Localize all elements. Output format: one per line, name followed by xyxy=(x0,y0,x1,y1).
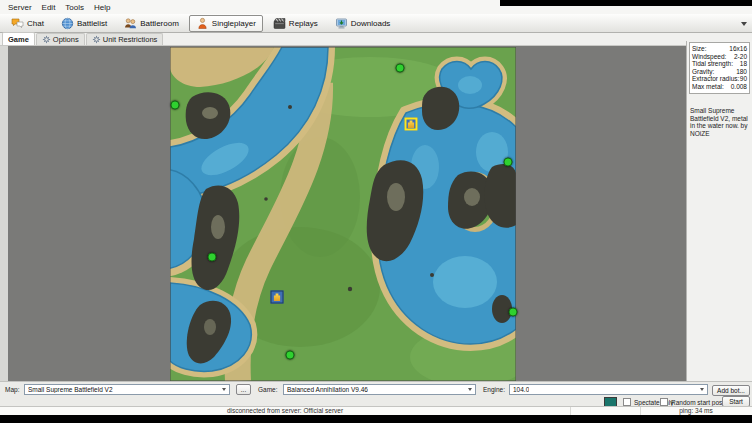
left-gutter xyxy=(0,46,8,381)
film-clapper-icon xyxy=(273,17,286,30)
chat-icon xyxy=(11,17,24,30)
subtab-game-label: Game xyxy=(8,35,29,44)
ping-status: ping: 34 ms xyxy=(640,407,751,415)
tab-battleroom-label: Battleroom xyxy=(140,19,179,28)
map-combobox[interactable]: Small Supreme Battlefield V2 xyxy=(24,384,230,395)
tab-downloads[interactable]: Downloads xyxy=(328,15,398,32)
map-panel xyxy=(8,46,686,381)
player-icon xyxy=(196,17,209,30)
desktop-background-strip xyxy=(0,415,752,423)
tab-singleplayer-label: Singleplayer xyxy=(212,19,256,28)
add-bot-button[interactable]: Add bot... xyxy=(712,385,750,396)
start-position-marker[interactable] xyxy=(504,158,513,167)
desktop-background-strip xyxy=(500,0,752,6)
map-stats-box: Size:16x16 Windspeed:2-20 Tidal strength… xyxy=(689,42,750,94)
toolbar-overflow-icon[interactable] xyxy=(741,22,747,26)
stat-tidal: Tidal strength:18 xyxy=(692,60,747,68)
minimap-preview[interactable] xyxy=(170,47,516,381)
start-position-marker[interactable] xyxy=(509,308,518,317)
tab-battlelist-label: Battlelist xyxy=(77,19,107,28)
stat-maxmetal: Max metal:0.008 xyxy=(692,83,747,91)
subtab-game[interactable]: Game xyxy=(2,32,35,45)
map-label: Map: xyxy=(5,386,19,393)
bot-icon xyxy=(408,120,415,128)
chevron-down-icon xyxy=(222,388,226,391)
stat-windspeed: Windspeed:2-20 xyxy=(692,53,747,61)
spectate-only-checkbox[interactable] xyxy=(623,398,631,406)
status-bar: disconnected from server: Official serve… xyxy=(0,406,752,415)
globe-icon xyxy=(61,17,74,30)
game-combobox-value: Balanced Annihilation V9.46 xyxy=(287,386,368,393)
map-combobox-value: Small Supreme Battlefield V2 xyxy=(28,386,113,393)
stat-gravity: Gravity:180 xyxy=(692,68,747,76)
menu-tools[interactable]: Tools xyxy=(60,2,89,13)
gear-icon xyxy=(42,35,51,44)
engine-combobox-value: 104.0 xyxy=(513,386,529,393)
subtab-options[interactable]: Options xyxy=(36,33,85,45)
subtab-options-label: Options xyxy=(53,35,79,44)
start-position-marker[interactable] xyxy=(171,101,180,110)
engine-label: Engine: xyxy=(483,386,505,393)
tab-chat-label: Chat xyxy=(27,19,44,28)
bottom-controls: Map: Small Supreme Battlefield V2 ... Ga… xyxy=(0,381,752,406)
tab-battleroom[interactable]: Battleroom xyxy=(117,15,186,32)
tab-replays[interactable]: Replays xyxy=(266,15,325,32)
users-icon xyxy=(124,17,137,30)
chevron-down-icon xyxy=(468,388,472,391)
game-label: Game: xyxy=(258,386,278,393)
gear-icon xyxy=(92,35,101,44)
bot-marker[interactable] xyxy=(405,118,418,131)
map-description: Small Supreme Battlefield V2, metal in t… xyxy=(690,107,749,137)
menu-help[interactable]: Help xyxy=(89,2,115,13)
stat-size: Size:16x16 xyxy=(692,45,747,53)
chevron-down-icon xyxy=(700,388,704,391)
random-start-checkbox[interactable] xyxy=(660,398,668,406)
game-combobox[interactable]: Balanced Annihilation V9.46 xyxy=(283,384,476,395)
start-position-marker[interactable] xyxy=(396,64,405,73)
tab-chat[interactable]: Chat xyxy=(4,15,51,32)
bot-marker[interactable] xyxy=(271,291,284,304)
engine-combobox[interactable]: 104.0 xyxy=(509,384,708,395)
main-toolbar: Chat Battlelist Battleroom Singleplayer … xyxy=(0,14,752,33)
subtab-bar: Game Options Unit Restrictions xyxy=(0,33,752,46)
tab-replays-label: Replays xyxy=(289,19,318,28)
start-position-marker[interactable] xyxy=(286,351,295,360)
map-info-panel: Size:16x16 Windspeed:2-20 Tidal strength… xyxy=(686,41,752,381)
menu-edit[interactable]: Edit xyxy=(37,2,61,13)
tab-downloads-label: Downloads xyxy=(351,19,391,28)
bot-icon xyxy=(274,293,281,301)
start-position-marker[interactable] xyxy=(208,253,217,262)
tab-singleplayer[interactable]: Singleplayer xyxy=(189,15,263,32)
subtab-unit-restrictions-label: Unit Restrictions xyxy=(103,35,158,44)
map-browse-button[interactable]: ... xyxy=(236,384,251,395)
map-markers-layer xyxy=(170,47,516,381)
tab-battlelist[interactable]: Battlelist xyxy=(54,15,114,32)
download-icon xyxy=(335,17,348,30)
subtab-unit-restrictions[interactable]: Unit Restrictions xyxy=(86,33,164,45)
stat-extractor: Extractor radius:90 xyxy=(692,75,747,83)
menu-server[interactable]: Server xyxy=(3,2,37,13)
connection-status: disconnected from server: Official serve… xyxy=(0,407,571,415)
